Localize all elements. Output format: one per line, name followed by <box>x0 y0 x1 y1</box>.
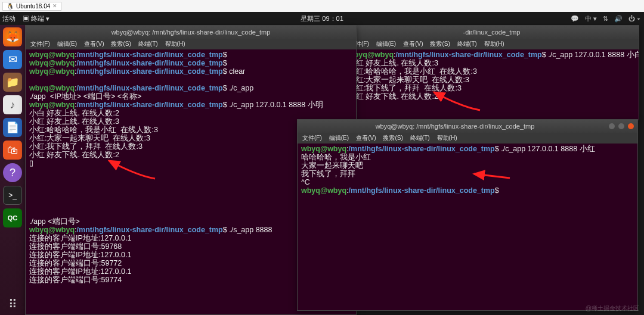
term3-title: wbyq@wbyq: /mnt/hgfs/linux-share-dir/lin… <box>301 123 609 130</box>
minimize-icon[interactable] <box>609 123 615 129</box>
host-tab[interactable]: 🐧 Ubuntu18.04 ✕ <box>2 2 61 11</box>
terminal-icon[interactable]: >_ <box>3 186 22 205</box>
watermark: @稀土掘金技术社区 <box>586 304 639 313</box>
system-tray[interactable]: 💬 中 ▾ ⇅ 🔊 ⏻ ▾ <box>571 14 640 23</box>
maximize-icon[interactable] <box>618 123 624 129</box>
speaker-icon[interactable]: 🔊 <box>614 15 623 23</box>
term2-title: -dir/linux_code_tmp <box>348 29 635 36</box>
annotation-arrow-1 <box>104 158 158 184</box>
terminal-window-3[interactable]: wbyq@wbyq: /mnt/hgfs/linux-share-dir/lin… <box>297 119 638 311</box>
qtcreator-icon[interactable]: QC <box>3 208 22 227</box>
menu-help[interactable]: 帮助(H) <box>165 40 185 48</box>
files-icon[interactable]: 📁 <box>3 73 22 92</box>
firefox-icon[interactable]: 🦊 <box>3 27 22 46</box>
menu-help[interactable]: 帮助(H) <box>437 134 457 142</box>
writer-icon[interactable]: 📄 <box>3 118 22 137</box>
help-icon[interactable]: ? <box>3 163 22 182</box>
input-method-indicator[interactable]: 中 ▾ <box>585 14 597 23</box>
rhythmbox-icon[interactable]: ♪ <box>3 95 22 114</box>
power-icon[interactable]: ⏻ ▾ <box>628 15 640 22</box>
host-tab-bar: 🐧 Ubuntu18.04 ✕ <box>0 0 644 12</box>
menu-file[interactable]: 文件(F) <box>30 40 50 48</box>
term1-menubar: 文件(F) 编辑(E) 查看(V) 搜索(S) 终端(T) 帮助(H) <box>26 39 356 49</box>
menu-search[interactable]: 搜索(S) <box>111 40 131 48</box>
annotation-arrow-2 <box>429 89 483 116</box>
ubuntu-icon: 🐧 <box>7 3 14 10</box>
menu-terminal[interactable]: 终端(T) <box>138 40 158 48</box>
term3-body[interactable]: wbyq@wbyq:/mnt/hgfs/linux-share-dir/linu… <box>298 144 637 310</box>
term2-titlebar[interactable]: -dir/linux_code_tmp <box>345 26 639 39</box>
network-icon[interactable]: ⇅ <box>603 15 608 23</box>
annotation-arrow-3 <box>471 171 513 184</box>
menu-file[interactable]: 文件(F) <box>302 134 322 142</box>
menu-search[interactable]: 搜索(S) <box>430 40 450 48</box>
terminal-window-2[interactable]: -dir/linux_code_tmp 文件(F) 编辑(E) 查看(V) 搜索… <box>344 25 639 120</box>
launcher-dock: 🦊 ✉ 📁 ♪ 📄 🛍 ? >_ QC ⠿ <box>0 25 25 315</box>
menu-search[interactable]: 搜索(S) <box>383 134 402 142</box>
close-icon[interactable] <box>628 123 634 129</box>
menu-view[interactable]: 查看(V) <box>356 134 376 142</box>
clock[interactable]: 星期三 09：01 <box>301 14 343 23</box>
term2-body[interactable]: wbyq@wbyq:/mnt/hgfs/linux-share-dir/linu… <box>345 49 639 120</box>
term2-menubar: 文件(F) 编辑(E) 查看(V) 搜索(S) 终端(T) 帮助(H) <box>345 39 639 49</box>
activities-button[interactable]: 活动 <box>2 14 16 23</box>
menu-terminal[interactable]: 终端(T) <box>457 40 477 48</box>
menu-edit[interactable]: 编辑(E) <box>376 40 396 48</box>
thunderbird-icon[interactable]: ✉ <box>3 50 22 69</box>
term1-titlebar[interactable]: wbyq@wbyq: /mnt/hgfs/linux-share-dir/lin… <box>26 26 356 39</box>
notifications-icon[interactable]: 💬 <box>571 15 579 23</box>
menu-edit[interactable]: 编辑(E) <box>329 134 349 142</box>
term3-titlebar[interactable]: wbyq@wbyq: /mnt/hgfs/linux-share-dir/lin… <box>298 120 637 133</box>
software-icon[interactable]: 🛍 <box>3 141 22 160</box>
host-tab-label: Ubuntu18.04 <box>16 3 50 10</box>
menu-edit[interactable]: 编辑(E) <box>57 40 77 48</box>
terminal-app-label[interactable]: ▣ 终端 ▾ <box>23 14 49 23</box>
gnome-top-bar: 活动 ▣ 终端 ▾ 星期三 09：01 💬 中 ▾ ⇅ 🔊 ⏻ ▾ <box>0 12 644 25</box>
close-icon[interactable]: ✕ <box>52 3 57 9</box>
term1-title: wbyq@wbyq: /mnt/hgfs/linux-share-dir/lin… <box>29 29 352 36</box>
menu-view[interactable]: 查看(V) <box>403 40 423 48</box>
show-applications-icon[interactable]: ⠿ <box>8 297 17 311</box>
term3-menubar: 文件(F) 编辑(E) 查看(V) 搜索(S) 终端(T) 帮助(H) <box>298 133 637 144</box>
menu-help[interactable]: 帮助(H) <box>484 40 504 48</box>
menu-terminal[interactable]: 终端(T) <box>410 134 430 142</box>
menu-view[interactable]: 查看(V) <box>84 40 104 48</box>
